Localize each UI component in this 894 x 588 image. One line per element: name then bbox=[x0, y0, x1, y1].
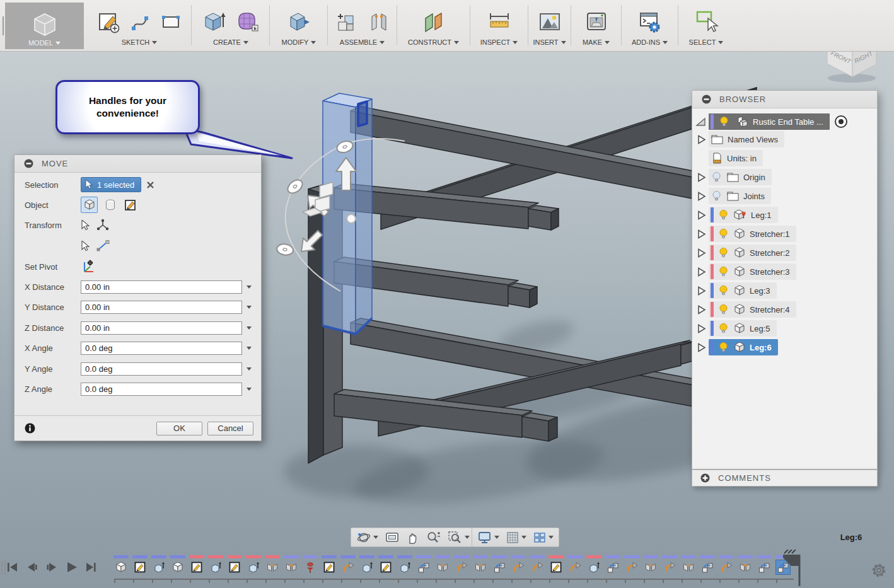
expand-arrow-icon[interactable] bbox=[697, 342, 706, 353]
cursor-icon[interactable] bbox=[81, 241, 90, 251]
expand-arrow-icon[interactable] bbox=[697, 285, 706, 296]
timeline-item[interactable] bbox=[170, 555, 185, 575]
timeline-item[interactable] bbox=[757, 555, 772, 575]
browser-item[interactable]: Leg:6 bbox=[692, 338, 877, 357]
clear-selection-icon[interactable] bbox=[146, 181, 154, 189]
timeline-item[interactable] bbox=[303, 555, 318, 575]
browser-item[interactable]: Origin bbox=[692, 168, 877, 187]
gear-icon[interactable] bbox=[871, 562, 887, 579]
expand-arrow-icon[interactable] bbox=[697, 210, 706, 221]
timeline-item[interactable] bbox=[567, 555, 583, 575]
look-at-button[interactable] bbox=[385, 531, 400, 545]
timeline-item[interactable] bbox=[227, 555, 242, 575]
expand-arrow-icon[interactable] bbox=[697, 229, 706, 239]
field-dropdown-button[interactable] bbox=[243, 342, 255, 355]
timeline-item[interactable] bbox=[378, 555, 393, 575]
timeline-item[interactable] bbox=[662, 555, 677, 575]
comments-panel[interactable]: COMMENTS bbox=[692, 470, 878, 487]
step-forward-button[interactable] bbox=[44, 560, 59, 575]
bulb-on-icon[interactable] bbox=[717, 284, 729, 297]
insert-image-icon[interactable] bbox=[537, 9, 562, 35]
field-dropdown-button[interactable] bbox=[243, 321, 255, 335]
play-button[interactable] bbox=[64, 560, 79, 575]
move-field-input[interactable] bbox=[81, 280, 242, 294]
browser-item[interactable]: Units: in bbox=[692, 149, 877, 168]
timeline-ruler[interactable] bbox=[114, 579, 794, 583]
timeline-item[interactable] bbox=[681, 555, 696, 575]
object-type-components-button[interactable] bbox=[81, 197, 98, 213]
info-icon[interactable] bbox=[25, 423, 35, 434]
timeline-item[interactable] bbox=[151, 555, 166, 575]
selection-chip[interactable]: 1 selected bbox=[81, 177, 141, 192]
expand-arrow-icon[interactable] bbox=[697, 134, 706, 145]
timeline-item[interactable] bbox=[492, 555, 507, 575]
press-pull-icon[interactable] bbox=[286, 9, 311, 35]
browser-item[interactable]: Leg:5 bbox=[692, 319, 877, 338]
timeline-item[interactable] bbox=[340, 555, 356, 575]
timeline-item[interactable] bbox=[246, 555, 261, 575]
timeline-playhead[interactable] bbox=[781, 550, 806, 587]
point-to-point-icon[interactable] bbox=[96, 239, 110, 252]
field-dropdown-button[interactable] bbox=[243, 301, 255, 314]
timeline-item[interactable] bbox=[738, 555, 753, 575]
cancel-button[interactable]: Cancel bbox=[207, 422, 253, 435]
set-pivot-icon[interactable] bbox=[81, 259, 96, 274]
field-dropdown-button[interactable] bbox=[243, 362, 255, 376]
ok-button[interactable]: OK bbox=[156, 422, 202, 435]
timeline-item[interactable] bbox=[700, 555, 715, 575]
timeline-item[interactable] bbox=[530, 555, 545, 575]
spline-tool-icon[interactable] bbox=[130, 11, 151, 33]
timeline-item[interactable] bbox=[435, 555, 450, 575]
browser-header[interactable]: BROWSER bbox=[692, 91, 877, 108]
browser-root-item[interactable]: Rustic End Table ... bbox=[692, 113, 877, 130]
timeline-item[interactable] bbox=[624, 555, 639, 575]
bulb-on-icon[interactable] bbox=[718, 115, 730, 128]
timeline-item[interactable] bbox=[397, 555, 412, 575]
step-back-button[interactable] bbox=[25, 560, 40, 575]
viewports-button[interactable] bbox=[533, 531, 554, 545]
expand-icon[interactable] bbox=[700, 473, 710, 483]
move-field-input[interactable] bbox=[81, 342, 242, 355]
free-move-triad-icon[interactable] bbox=[96, 219, 110, 231]
workspace-selector[interactable]: MODEL bbox=[5, 3, 84, 49]
bulb-on-icon[interactable] bbox=[717, 209, 729, 221]
timeline-item[interactable] bbox=[511, 555, 526, 575]
go-to-end-button[interactable] bbox=[83, 560, 98, 575]
timeline-item[interactable] bbox=[549, 555, 564, 575]
bulb-on-icon[interactable] bbox=[717, 303, 729, 316]
zoom-button[interactable] bbox=[426, 531, 441, 545]
timeline-item[interactable] bbox=[359, 555, 374, 575]
construction-plane-icon[interactable] bbox=[421, 9, 446, 35]
orbit-button[interactable] bbox=[356, 531, 378, 545]
object-type-sketch-button[interactable] bbox=[122, 197, 139, 213]
timeline-item[interactable] bbox=[473, 555, 488, 575]
bulb-on-icon[interactable] bbox=[717, 265, 729, 278]
timeline-item[interactable] bbox=[586, 555, 601, 575]
go-to-start-button[interactable] bbox=[5, 560, 20, 575]
new-component-icon[interactable] bbox=[335, 10, 359, 34]
timeline-item[interactable] bbox=[113, 555, 129, 575]
browser-item[interactable]: Joints bbox=[692, 187, 877, 205]
bulb-off-icon[interactable] bbox=[711, 171, 723, 183]
expanded-arrow-icon[interactable] bbox=[695, 116, 706, 127]
display-settings-button[interactable] bbox=[477, 531, 499, 545]
measure-icon[interactable] bbox=[487, 9, 512, 35]
move-field-input[interactable] bbox=[81, 362, 242, 376]
timeline-item[interactable] bbox=[265, 555, 280, 575]
field-dropdown-button[interactable] bbox=[243, 280, 255, 294]
expand-arrow-icon[interactable] bbox=[697, 248, 706, 258]
object-type-bodies-button[interactable] bbox=[102, 197, 119, 213]
browser-item[interactable]: Stretcher:4 bbox=[692, 300, 877, 319]
browser-item[interactable]: Stretcher:2 bbox=[692, 243, 877, 262]
zoom-window-button[interactable] bbox=[448, 531, 470, 545]
timeline-item[interactable] bbox=[719, 555, 734, 575]
bulb-on-icon[interactable] bbox=[717, 322, 729, 335]
timeline-item[interactable] bbox=[454, 555, 469, 575]
expand-arrow-icon[interactable] bbox=[697, 267, 706, 277]
select-tool-icon[interactable] bbox=[693, 9, 719, 35]
timeline-item[interactable] bbox=[416, 555, 431, 575]
timeline-item[interactable] bbox=[132, 555, 148, 575]
collapse-icon[interactable] bbox=[702, 95, 711, 104]
browser-item[interactable]: Leg:3 bbox=[692, 281, 877, 300]
timeline-item[interactable] bbox=[643, 555, 658, 575]
